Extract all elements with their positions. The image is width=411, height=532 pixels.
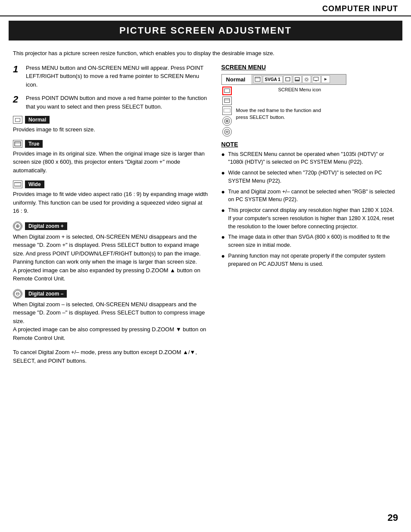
digital-zoom-plus-label: Digital zoom + [25, 222, 67, 230]
step-2: 2 Press POINT DOWN button and move a red… [13, 94, 209, 111]
menu-icon-5 [312, 75, 321, 83]
wide-desc: Provides image to fit wide video aspect … [13, 190, 209, 215]
menu-icon-1 [253, 75, 262, 83]
note-bullet-1: ● [221, 169, 226, 185]
digital-zoom-minus-desc: When Digital zoom – is selected, ON-SCRE… [13, 300, 209, 342]
svg-marker-20 [324, 78, 327, 81]
normal-icon [13, 116, 22, 124]
note-title: NOTE [221, 141, 398, 148]
function-wide: Wide Provides image to fit wide video as… [13, 180, 209, 215]
normal-desc: Provides image to fit screen size. [13, 125, 209, 134]
note-item-2: ● True and Digital zoom +/– cannot be se… [221, 188, 398, 204]
normal-label: Normal [25, 116, 50, 124]
true-desc: Provides image in its original size. Whe… [13, 149, 209, 175]
annotation-line2: press SELECT button. [236, 115, 285, 120]
cancel-text: To cancel Digital Zoom +/– mode, press a… [13, 348, 209, 365]
page-container: COMPUTER INPUT PICTURE SCREEN ADJUSTMENT… [0, 0, 411, 532]
svg-point-16 [305, 78, 308, 81]
note-text-4: The image data in other than SVGA (800 x… [228, 233, 398, 249]
screen-menu-section: SCREEN MENU Normal [221, 64, 398, 268]
screen-icon-normal [222, 87, 232, 95]
function-normal: Normal Provides image to fit screen size… [13, 116, 209, 134]
step-1: 1 Press MENU button and ON-SCREEN MENU w… [13, 64, 209, 89]
svg-rect-0 [15, 142, 21, 146]
menu-svga-cell: SVGA 1 [263, 76, 283, 83]
screen-icon-dzoom-minus [222, 127, 232, 137]
function-digital-zoom-plus: Digital zoom + When Digital zoom + is se… [13, 221, 209, 283]
annotation-line1: Move the red frame to the function and [236, 108, 321, 113]
true-label: True [25, 140, 43, 148]
intro-text: This projector has a picture screen resi… [13, 49, 398, 58]
function-true: True Provides image in its original size… [13, 140, 209, 175]
note-bullet-2: ● [221, 188, 226, 204]
right-column: SCREEN MENU Normal [217, 64, 398, 365]
step-2-text: Press POINT DOWN button and move a red f… [26, 94, 209, 111]
menu-icon-3 [293, 75, 302, 83]
step-1-number: 1 [13, 64, 22, 89]
svg-rect-24 [224, 109, 230, 112]
function-dzoom-plus-header: Digital zoom + [13, 221, 209, 231]
note-item-0: ● This SCREEN Menu cannot be operated wh… [221, 150, 398, 167]
main-title: PICTURE SCREEN ADJUSTMENT [9, 21, 402, 40]
svg-point-15 [305, 78, 308, 81]
left-column: 1 Press MENU button and ON-SCREEN MENU w… [13, 64, 209, 365]
digital-zoom-plus-icon [13, 221, 22, 231]
screen-annotation: SCREEN Menu icon Move the red frame to t… [236, 87, 321, 137]
svg-rect-2 [14, 183, 21, 186]
note-item-5: ● Panning function may not operate prope… [221, 252, 398, 268]
note-text-1: Wide cannot be selected when "720p (HDTV… [228, 169, 398, 185]
screen-menu-title: SCREEN MENU [221, 64, 398, 71]
svg-rect-12 [286, 78, 290, 81]
screen-icon-true [222, 96, 232, 105]
note-bullet-5: ● [221, 252, 226, 268]
true-icon [13, 140, 22, 148]
two-column-layout: 1 Press MENU button and ON-SCREEN MENU w… [13, 64, 398, 365]
function-normal-header: Normal [13, 116, 209, 124]
menu-normal-cell: Normal [222, 75, 252, 84]
note-text-0: This SCREEN Menu cannot be operated when… [228, 150, 398, 167]
screen-icon-dzoom-plus [222, 116, 232, 126]
content-area: This projector has a picture screen resi… [0, 45, 411, 373]
screen-menu-icon-label: SCREEN Menu icon [236, 87, 321, 93]
note-section: NOTE ● This SCREEN Menu cannot be operat… [221, 141, 398, 268]
digital-zoom-minus-label: Digital zoom – [25, 290, 67, 298]
svg-rect-21 [224, 89, 230, 93]
top-header: COMPUTER INPUT [0, 0, 411, 16]
menu-icon-4 [302, 75, 311, 83]
step-1-text: Press MENU button and ON-SCREEN MENU wil… [26, 64, 209, 89]
screen-icons-column [222, 87, 232, 137]
wide-label: Wide [25, 180, 44, 188]
menu-icon-6 [321, 75, 330, 83]
function-dzoom-minus-header: Digital zoom – [13, 289, 209, 299]
svg-rect-10 [255, 77, 260, 81]
note-text-2: True and Digital zoom +/– cannot be sele… [228, 188, 398, 204]
page-number: 29 [388, 512, 398, 523]
screen-annotation-text: Move the red frame to the function and p… [236, 107, 321, 121]
function-true-header: True [13, 140, 209, 148]
screen-menu-diagram: Normal SVGA 1 [221, 74, 398, 137]
wide-icon [13, 180, 22, 188]
function-wide-header: Wide [13, 180, 209, 188]
note-item-4: ● The image data in other than SVGA (800… [221, 233, 398, 249]
function-digital-zoom-minus: Digital zoom – When Digital zoom – is se… [13, 289, 209, 342]
note-bullet-3: ● [221, 206, 226, 230]
menu-icon-2 [283, 75, 292, 83]
svg-rect-17 [314, 77, 318, 81]
svg-rect-22 [224, 99, 230, 103]
note-text-5: Panning function may not operate properl… [228, 252, 398, 268]
svg-rect-14 [295, 80, 299, 81]
note-text-3: This projector cannot display any resolu… [228, 206, 398, 230]
screen-icon-wide [222, 106, 232, 115]
step-2-number: 2 [13, 94, 22, 111]
digital-zoom-plus-desc: When Digital zoom + is selected, ON-SCRE… [13, 233, 209, 283]
note-bullet-4: ● [221, 233, 226, 249]
digital-zoom-minus-icon [13, 289, 22, 299]
note-item-1: ● Wide cannot be selected when "720p (HD… [221, 169, 398, 185]
header-title: COMPUTER INPUT [322, 4, 398, 13]
note-item-3: ● This projector cannot display any reso… [221, 206, 398, 230]
note-bullet-0: ● [221, 150, 226, 167]
